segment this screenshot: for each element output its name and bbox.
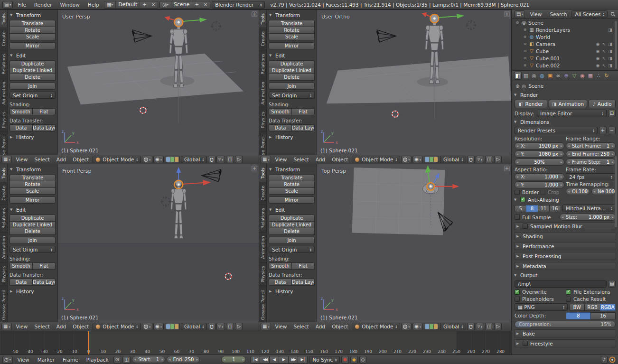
edit-tool-button[interactable]: Delete bbox=[9, 74, 56, 81]
particles-tab[interactable] bbox=[595, 72, 602, 80]
toolshelf-tab[interactable]: Relations bbox=[0, 205, 7, 233]
pin-icon[interactable]: ⊕ bbox=[515, 84, 519, 89]
mode-dropdown[interactable]: Object Mode bbox=[93, 323, 141, 330]
toolshelf-tab[interactable]: Relations bbox=[259, 50, 266, 78]
transform-panel-header[interactable]: ▼Transform bbox=[9, 165, 56, 173]
delete-layout-button[interactable]: × bbox=[149, 1, 158, 8]
physics-tab[interactable] bbox=[603, 72, 610, 80]
set-origin-dropdown[interactable]: Set Origin bbox=[9, 92, 56, 99]
selectability-cursor-icon[interactable]: ↖ bbox=[601, 49, 607, 54]
viewport-shading-dropdown[interactable]: ▾ bbox=[142, 323, 152, 330]
record-button[interactable]: ● bbox=[341, 356, 349, 364]
toolshelf-tab[interactable]: Grease Pencil bbox=[0, 286, 7, 324]
snap-element-dropdown[interactable]: ▿▾ bbox=[216, 323, 225, 330]
freestyle-checkbox[interactable] bbox=[523, 341, 528, 346]
jump-to-next-keyframe-button[interactable] bbox=[288, 356, 298, 364]
transform-tool-button[interactable]: Scale bbox=[269, 187, 315, 195]
join-button[interactable]: Join bbox=[269, 83, 315, 90]
expander-icon[interactable] bbox=[523, 28, 527, 32]
viewport-menu[interactable]: Add bbox=[313, 322, 328, 331]
edit-tool-button[interactable]: Duplicate Linked bbox=[9, 67, 56, 74]
delete-scene-button[interactable]: × bbox=[201, 1, 210, 8]
timeline-menu[interactable]: Frame bbox=[59, 355, 82, 364]
transform-tool-button[interactable]: Translate bbox=[9, 20, 56, 27]
topbar-menu[interactable]: Help bbox=[84, 0, 103, 9]
renderability-camera-icon[interactable]: ◨ bbox=[607, 63, 613, 68]
frame-rate-dropdown[interactable]: 24 fps bbox=[566, 173, 616, 180]
texture-tab[interactable] bbox=[587, 72, 594, 80]
pivot-point-dropdown[interactable]: ◉▾ bbox=[412, 156, 423, 163]
add-scene-button[interactable]: + bbox=[192, 1, 201, 8]
join-button[interactable]: Join bbox=[269, 237, 315, 244]
mode-dropdown[interactable]: Object Mode bbox=[352, 156, 400, 163]
mirror-button[interactable]: Mirror bbox=[269, 42, 315, 49]
history-panel-header[interactable]: ▶History bbox=[9, 133, 56, 141]
viewport-menu[interactable]: Object bbox=[70, 155, 92, 164]
viewport-front-persp[interactable]: Front Persp (1) Sphere.021 x y z + Tools… bbox=[0, 164, 259, 331]
aa-sample-button[interactable]: 5 bbox=[515, 205, 526, 212]
visibility-eye-icon[interactable]: ◉ bbox=[595, 49, 601, 54]
cache-result-checkbox[interactable]: Cache Result bbox=[566, 296, 616, 302]
viewport-user-ortho[interactable]: User Ortho (1) Sphere.021 x y z + Tools … bbox=[259, 9, 512, 164]
aa-sample-button[interactable]: 16 bbox=[549, 205, 561, 212]
opengl-render-icon[interactable]: ◫ bbox=[226, 323, 234, 330]
data-layout-button[interactable]: Data Layo bbox=[32, 124, 56, 131]
timeline-menu[interactable]: View bbox=[14, 355, 33, 364]
scale-manipulator-icon[interactable] bbox=[175, 324, 178, 329]
expander-icon[interactable] bbox=[523, 42, 527, 46]
preview-range-icon[interactable]: ⊙ bbox=[113, 356, 121, 364]
search-icon[interactable] bbox=[610, 11, 616, 17]
viewport-menu[interactable]: Add bbox=[54, 155, 69, 164]
renderability-camera-icon[interactable]: ◨ bbox=[607, 28, 613, 32]
edit-tool-button[interactable]: Duplicate bbox=[9, 215, 56, 222]
transform-tool-button[interactable]: Translate bbox=[269, 20, 315, 27]
transform-tool-button[interactable]: Rotate bbox=[9, 181, 56, 188]
pivot-point-dropdown[interactable]: ◉▾ bbox=[412, 323, 423, 330]
transform-tool-button[interactable]: Scale bbox=[9, 33, 56, 40]
mirror-button[interactable]: Mirror bbox=[9, 42, 56, 49]
outliner-row[interactable]: Scene ◉ ↖ ◨ bbox=[512, 19, 618, 26]
shade-flat-button[interactable]: Flat bbox=[32, 108, 56, 115]
viewport-menu[interactable]: Select bbox=[31, 322, 52, 331]
edit-tool-button[interactable]: Duplicate Linked bbox=[9, 221, 56, 228]
toolshelf-tab[interactable]: Physics bbox=[0, 108, 7, 132]
outliner-item-name[interactable]: Cube.001 bbox=[536, 56, 560, 61]
edit-tool-button[interactable]: Duplicate bbox=[269, 60, 315, 67]
outliner-item-name[interactable]: Camera bbox=[536, 41, 555, 47]
mirror-button[interactable]: Mirror bbox=[9, 196, 56, 204]
manipulator-toggles[interactable] bbox=[424, 323, 439, 330]
viewport-menu[interactable]: View bbox=[13, 155, 30, 164]
play-reverse-button[interactable] bbox=[269, 356, 279, 364]
end-frame-field[interactable]: End:250 bbox=[167, 356, 200, 363]
opengl-render-icon[interactable]: ◫ bbox=[485, 156, 493, 163]
join-button[interactable]: Join bbox=[9, 237, 56, 244]
viewport-menu[interactable]: Select bbox=[290, 322, 311, 331]
outliner-menu[interactable]: View bbox=[526, 9, 545, 19]
edit-tool-button[interactable]: Duplicate bbox=[9, 60, 56, 67]
current-frame-field[interactable]: 1 bbox=[221, 356, 246, 363]
rotate-manipulator-icon[interactable] bbox=[430, 157, 433, 162]
rotate-manipulator-icon[interactable] bbox=[170, 157, 174, 162]
selectability-cursor-icon[interactable]: ↖ bbox=[601, 63, 607, 68]
frame-step-field[interactable]: Frame Step:1 bbox=[566, 159, 616, 166]
toolshelf-tab[interactable]: Tools bbox=[259, 10, 266, 28]
edit-panel-header[interactable]: ▼Edit bbox=[9, 51, 56, 59]
rotate-manipulator-icon[interactable] bbox=[170, 324, 174, 329]
transform-tool-button[interactable]: Rotate bbox=[9, 27, 56, 34]
renderability-camera-icon[interactable]: ◨ bbox=[607, 56, 613, 61]
expander-icon[interactable] bbox=[523, 56, 527, 60]
end-frame-field[interactable]: End Frame:250 bbox=[566, 150, 616, 158]
transform-tool-button[interactable]: Scale bbox=[9, 187, 56, 195]
editor-type-button[interactable]: ▦▾ bbox=[1, 323, 12, 330]
orientation-dropdown[interactable]: Global bbox=[440, 156, 466, 163]
toolshelf-tab[interactable]: Animation bbox=[0, 233, 7, 262]
rotate-manipulator-icon[interactable] bbox=[430, 324, 433, 329]
output-panel-header[interactable]: ▼Output bbox=[512, 271, 618, 279]
history-panel-header[interactable]: ▶History bbox=[269, 133, 315, 141]
viewport-menu[interactable]: Add bbox=[313, 155, 328, 164]
full-sample-checkbox[interactable]: Full Sample bbox=[515, 215, 558, 220]
history-panel-header[interactable]: ▶History bbox=[269, 287, 315, 295]
viewport-menu[interactable]: Object bbox=[329, 322, 351, 331]
audio-scrub-icon[interactable]: ♪ bbox=[601, 356, 608, 364]
toolshelf-tab[interactable]: Grease Pencil bbox=[259, 286, 266, 324]
